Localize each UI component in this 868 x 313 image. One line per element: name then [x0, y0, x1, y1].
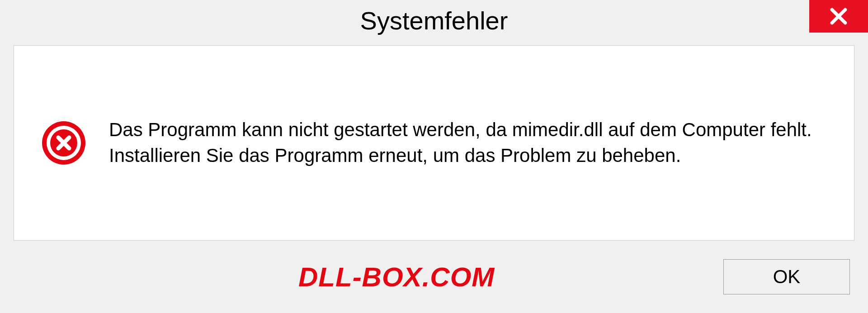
- titlebar: Systemfehler: [0, 0, 868, 41]
- footer: DLL-BOX.COM OK: [0, 250, 868, 313]
- watermark-text: DLL-BOX.COM: [298, 261, 495, 293]
- close-icon: [829, 6, 849, 26]
- error-dialog: Systemfehler Das Programm kann nicht ges…: [0, 0, 868, 313]
- error-message: Das Programm kann nicht gestartet werden…: [109, 117, 827, 168]
- error-icon: [41, 120, 86, 166]
- ok-button-label: OK: [773, 266, 801, 288]
- ok-button[interactable]: OK: [723, 259, 850, 294]
- dialog-title: Systemfehler: [360, 6, 508, 35]
- close-button[interactable]: [809, 0, 868, 33]
- content-area: Das Programm kann nicht gestartet werden…: [14, 45, 854, 241]
